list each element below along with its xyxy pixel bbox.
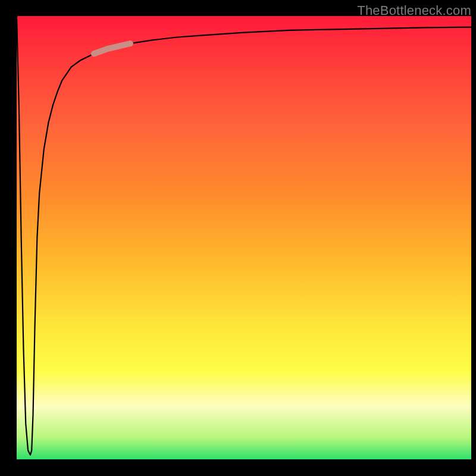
bottleneck-curve — [17, 16, 471, 455]
watermark-text: TheBottleneck.com — [357, 3, 471, 18]
curve-highlight-segment — [94, 43, 130, 54]
chart-container: TheBottleneck.com — [0, 0, 476, 476]
curve-overlay — [17, 16, 471, 459]
